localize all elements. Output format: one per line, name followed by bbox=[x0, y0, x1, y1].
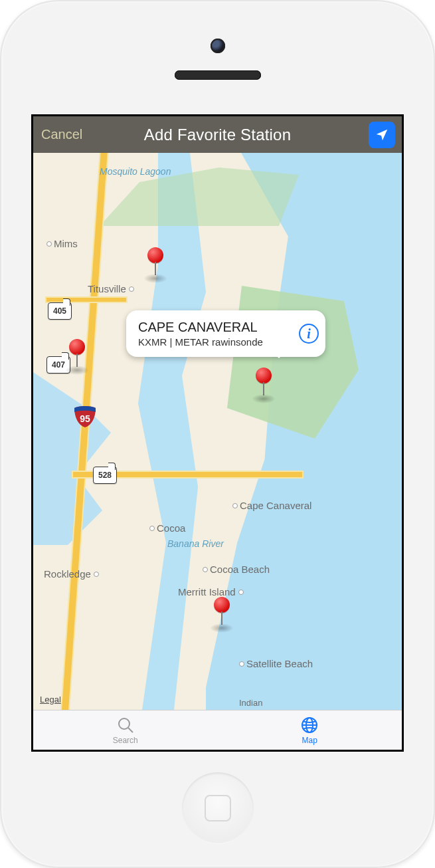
tab-search[interactable]: Search bbox=[33, 710, 218, 750]
road-405 bbox=[46, 298, 126, 302]
legal-link[interactable]: Legal bbox=[40, 695, 61, 705]
home-button[interactable] bbox=[182, 772, 254, 844]
label-merritt-island: Merritt Island bbox=[178, 586, 246, 597]
label-cape-canaveral: Cape Canaveral bbox=[232, 500, 311, 511]
locate-button[interactable] bbox=[369, 122, 395, 148]
tab-bar: Search Map bbox=[33, 710, 402, 750]
shield-528: 528 bbox=[93, 467, 117, 484]
navbar: Cancel Add Favorite Station bbox=[33, 116, 402, 153]
app-screen: Cancel Add Favorite Station 405 407 528 bbox=[31, 114, 404, 752]
station-pin-cape-canaveral[interactable] bbox=[256, 368, 272, 383]
globe-icon bbox=[300, 716, 319, 734]
map-view[interactable]: 405 407 528 95 Mosquito Lagoon Mims Titu… bbox=[33, 153, 402, 710]
station-callout[interactable]: CAPE CANAVERAL KXMR | METAR rawinsonde i bbox=[126, 310, 325, 357]
label-mosquito-lagoon: Mosquito Lagoon bbox=[100, 166, 171, 177]
label-satellite-beach: Satellite Beach bbox=[239, 658, 313, 669]
label-cocoa-beach: Cocoa Beach bbox=[203, 564, 270, 575]
phone-camera bbox=[211, 39, 225, 53]
info-icon[interactable]: i bbox=[299, 324, 319, 344]
shield-i95: 95 bbox=[73, 404, 97, 428]
label-mims: Mims bbox=[46, 238, 78, 249]
svg-line-2 bbox=[128, 728, 133, 732]
station-pin-merritt[interactable] bbox=[214, 597, 230, 613]
location-arrow-icon bbox=[375, 128, 389, 142]
label-titusville: Titusville bbox=[88, 283, 136, 294]
shield-405: 405 bbox=[48, 302, 72, 320]
map-lagoon bbox=[126, 153, 206, 710]
tab-map[interactable]: Map bbox=[218, 710, 402, 750]
navbar-title: Add Favorite Station bbox=[144, 126, 291, 144]
label-cocoa: Cocoa bbox=[149, 522, 185, 534]
tab-search-label: Search bbox=[113, 736, 138, 745]
callout-title: CAPE CANAVERAL bbox=[138, 320, 290, 335]
phone-frame: Cancel Add Favorite Station 405 407 528 bbox=[0, 0, 435, 868]
phone-speaker bbox=[175, 70, 261, 80]
callout-subtitle: KXMR | METAR rawinsonde bbox=[138, 336, 290, 348]
station-pin-407[interactable] bbox=[69, 339, 85, 355]
label-rockledge: Rockledge bbox=[44, 568, 101, 580]
svg-point-1 bbox=[119, 718, 130, 729]
label-indian: Indian bbox=[239, 698, 262, 708]
label-banana-river: Banana River bbox=[167, 538, 224, 549]
svg-text:95: 95 bbox=[80, 413, 90, 424]
station-pin-titusville[interactable] bbox=[147, 247, 163, 263]
cancel-button[interactable]: Cancel bbox=[41, 127, 82, 142]
search-icon bbox=[116, 716, 135, 734]
tab-map-label: Map bbox=[302, 736, 317, 745]
